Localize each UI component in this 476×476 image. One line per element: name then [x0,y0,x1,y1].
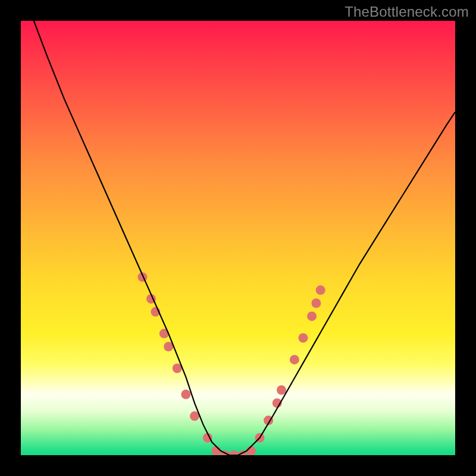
marker-dot [290,355,299,364]
chart-svg [21,21,455,455]
bottleneck-curve-path [21,21,455,455]
marker-dot [311,299,321,308]
chart-frame: TheBottleneck.com [0,0,476,476]
marker-dot [316,286,325,295]
watermark-text: TheBottleneck.com [345,4,469,20]
marker-dot [307,311,317,321]
marker-dot [299,333,308,343]
marker-dot [229,450,239,455]
marker-dot [181,390,190,399]
markers-group [137,273,325,455]
marker-dot [277,386,286,395]
chart-plot-area [21,21,455,455]
